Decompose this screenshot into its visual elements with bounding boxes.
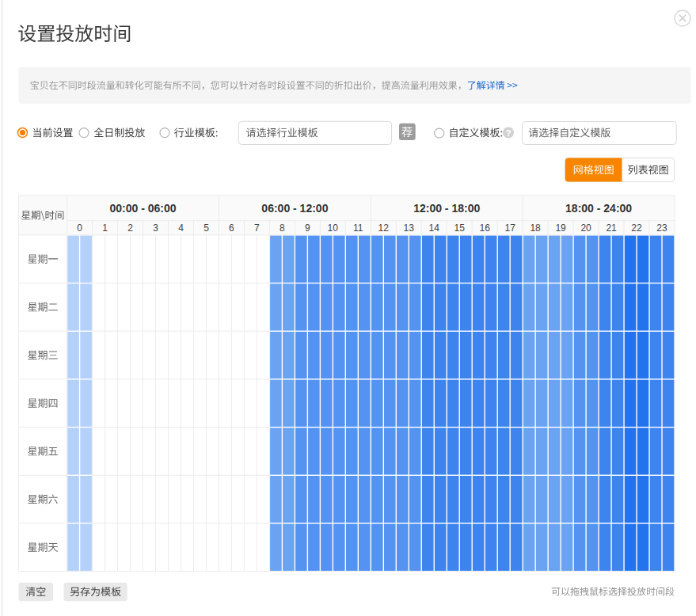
svg-text:6: 6: [229, 222, 234, 234]
svg-text:16: 16: [480, 222, 491, 234]
svg-text:06:00 - 12:00: 06:00 - 12:00: [261, 202, 328, 215]
svg-text:5: 5: [203, 222, 209, 234]
svg-text:7: 7: [254, 222, 260, 234]
svg-text:14: 14: [429, 222, 440, 234]
svg-text:19: 19: [555, 222, 566, 234]
svg-text:8: 8: [280, 222, 285, 234]
svg-text:20: 20: [580, 222, 591, 234]
svg-text:18:00 - 24:00: 18:00 - 24:00: [565, 202, 632, 215]
svg-text:3: 3: [153, 222, 158, 234]
svg-text:?: ?: [506, 128, 512, 138]
svg-text:9: 9: [305, 222, 310, 234]
svg-text:18: 18: [530, 222, 541, 234]
svg-text:15: 15: [454, 222, 466, 234]
svg-text:1: 1: [102, 222, 108, 234]
svg-text:2: 2: [127, 222, 133, 234]
svg-text:21: 21: [606, 222, 617, 234]
svg-text:00:00 - 06:00: 00:00 - 06:00: [109, 202, 176, 215]
svg-text:0: 0: [77, 222, 82, 234]
svg-text:4: 4: [178, 222, 184, 234]
svg-text:11: 11: [353, 222, 363, 234]
svg-text:13: 13: [404, 222, 415, 234]
svg-text:12:00 - 18:00: 12:00 - 18:00: [413, 202, 480, 215]
svg-text:23: 23: [656, 222, 667, 234]
svg-text:10: 10: [328, 222, 339, 234]
svg-text:22: 22: [631, 222, 642, 234]
svg-text:12: 12: [378, 222, 390, 234]
svg-text:17: 17: [505, 222, 516, 234]
